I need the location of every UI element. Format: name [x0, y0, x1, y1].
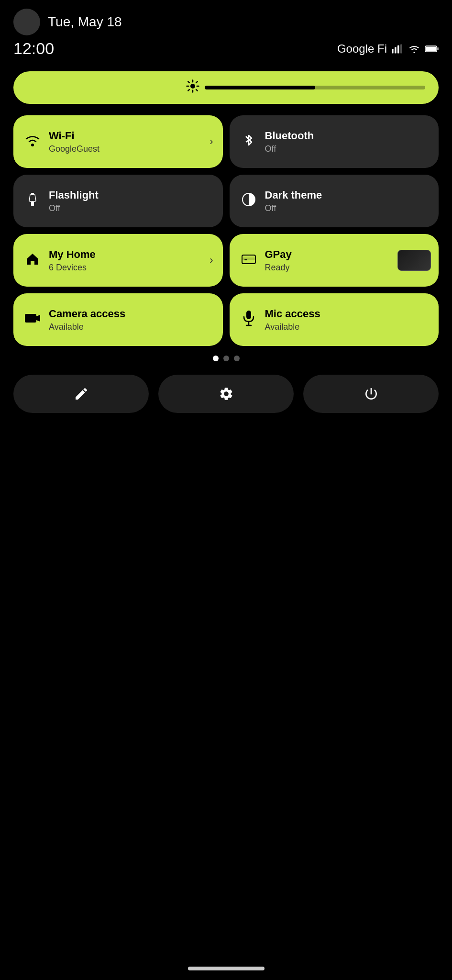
tile-gpay[interactable]: GPay Ready	[230, 234, 439, 287]
my-home-title: My Home	[49, 248, 96, 262]
flashlight-subtitle: Off	[49, 203, 99, 213]
wifi-arrow-icon: ›	[209, 135, 213, 148]
camera-title: Camera access	[49, 307, 125, 321]
avatar	[13, 9, 40, 35]
camera-tile-text: Camera access Available	[49, 307, 125, 332]
battery-icon	[425, 45, 439, 53]
svg-rect-6	[426, 46, 436, 51]
svg-rect-1	[395, 47, 397, 53]
bluetooth-icon	[240, 133, 257, 151]
flashlight-icon	[24, 192, 41, 211]
dark-theme-icon	[240, 192, 257, 211]
page-dot-2[interactable]	[223, 356, 229, 361]
status-bar: Tue, May 18	[0, 0, 452, 39]
my-home-subtitle: 6 Devices	[49, 263, 96, 273]
mic-tile-text: Mic access Available	[265, 307, 320, 332]
time-text: 12:00	[13, 39, 54, 58]
camera-subtitle: Available	[49, 322, 125, 332]
bluetooth-subtitle: Off	[265, 144, 314, 154]
svg-rect-5	[437, 47, 439, 50]
dark-theme-tile-text: Dark theme Off	[265, 189, 322, 213]
dark-theme-subtitle: Off	[265, 203, 322, 213]
tile-flashlight[interactable]: Flashlight Off	[13, 175, 223, 227]
wifi-status-icon	[408, 44, 420, 54]
pencil-icon	[74, 386, 89, 401]
gpay-tile-text: GPay Ready	[265, 248, 292, 273]
svg-rect-25	[246, 311, 251, 319]
svg-rect-18	[31, 201, 34, 206]
bottom-buttons	[0, 375, 452, 413]
tile-bluetooth[interactable]: Bluetooth Off	[230, 115, 439, 168]
svg-rect-3	[400, 44, 402, 53]
gpay-icon	[240, 251, 257, 270]
tile-camera-access[interactable]: Camera access Available	[13, 293, 223, 346]
camera-icon	[24, 312, 41, 328]
tile-my-home[interactable]: My Home 6 Devices ›	[13, 234, 223, 287]
svg-rect-23	[25, 314, 36, 323]
svg-line-12	[188, 81, 189, 83]
edit-button[interactable]	[13, 375, 149, 413]
flashlight-tile-text: Flashlight Off	[49, 189, 99, 213]
my-home-tile-text: My Home 6 Devices	[49, 248, 96, 273]
gpay-subtitle: Ready	[265, 263, 292, 273]
gear-icon	[219, 386, 234, 401]
svg-point-7	[190, 84, 195, 89]
page-dot-1[interactable]	[213, 356, 219, 361]
date-text: Tue, May 18	[48, 14, 122, 30]
svg-line-15	[188, 89, 189, 91]
brightness-thumb	[205, 86, 315, 89]
brightness-sun-icon	[186, 79, 200, 97]
nav-bar	[0, 967, 452, 970]
svg-rect-2	[397, 45, 399, 53]
quick-tiles-grid: Wi-Fi GoogleGuest › Bluetooth Off Flashl…	[0, 115, 452, 346]
svg-rect-0	[392, 49, 394, 54]
mic-subtitle: Available	[265, 322, 320, 332]
mic-title: Mic access	[265, 307, 320, 321]
dark-theme-title: Dark theme	[265, 189, 322, 202]
tile-mic-access[interactable]: Mic access Available	[230, 293, 439, 346]
gpay-title: GPay	[265, 248, 292, 262]
bluetooth-title: Bluetooth	[265, 129, 314, 143]
wifi-icon	[24, 134, 41, 150]
svg-rect-22	[242, 257, 255, 260]
page-dots	[0, 356, 452, 361]
wifi-tile-text: Wi-Fi GoogleGuest	[49, 129, 99, 154]
svg-line-14	[196, 81, 198, 83]
time-carrier-row: 12:00 Google Fi	[0, 39, 452, 66]
gpay-card-image	[397, 250, 431, 271]
mic-icon	[240, 310, 257, 330]
wifi-subtitle: GoogleGuest	[49, 144, 99, 154]
page-dot-3[interactable]	[234, 356, 240, 361]
svg-marker-24	[36, 315, 40, 322]
nav-pill	[188, 967, 265, 970]
svg-point-16	[31, 144, 34, 146]
my-home-arrow-icon: ›	[209, 254, 213, 267]
wifi-title: Wi-Fi	[49, 129, 99, 143]
tile-wifi[interactable]: Wi-Fi GoogleGuest ›	[13, 115, 223, 168]
bluetooth-tile-text: Bluetooth Off	[265, 129, 314, 154]
flashlight-title: Flashlight	[49, 189, 99, 202]
power-icon	[364, 386, 379, 401]
carrier-name: Google Fi	[337, 42, 387, 56]
tile-dark-theme[interactable]: Dark theme Off	[230, 175, 439, 227]
signal-icon	[392, 44, 403, 54]
svg-line-13	[196, 89, 198, 91]
home-icon	[24, 251, 41, 270]
brightness-slider[interactable]	[13, 71, 439, 104]
carrier-icons: Google Fi	[337, 42, 439, 56]
power-button[interactable]	[303, 375, 439, 413]
brightness-track	[205, 86, 425, 89]
settings-button[interactable]	[158, 375, 294, 413]
